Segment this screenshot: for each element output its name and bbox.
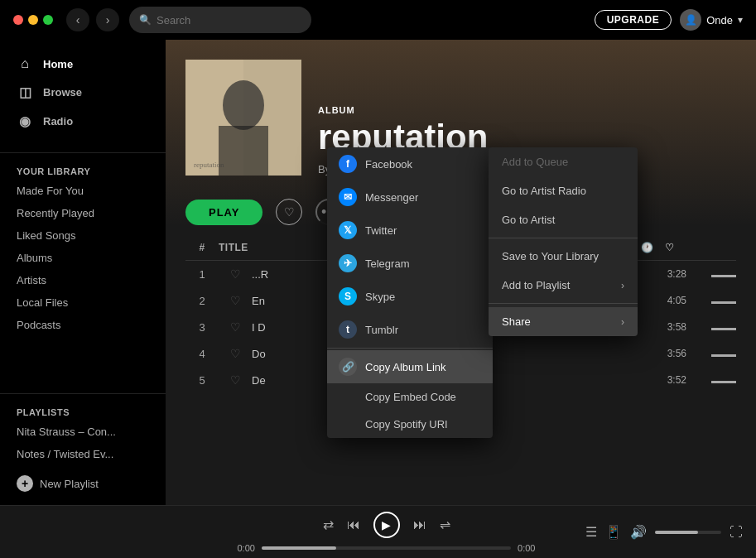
share-submenu: f Facebook ✉ Messenger 𝕏 Twitter <box>327 147 493 438</box>
copy-embed-code-button[interactable]: Copy Embed Code <box>327 383 493 411</box>
skype-icon: S <box>339 287 357 305</box>
nav-forward-button[interactable]: › <box>96 8 119 31</box>
shuffle-button[interactable]: ⇄ <box>323 517 334 532</box>
svg-rect-4 <box>219 126 268 176</box>
search-bar[interactable]: 🔍 <box>129 7 311 33</box>
track-heart-button[interactable]: ♡ <box>219 347 252 360</box>
sidebar-item-home[interactable]: ⌂ Home <box>7 50 159 78</box>
volume-icon[interactable]: 🔊 <box>630 524 647 540</box>
top-right: UPGRADE 👤 Onde ▾ <box>595 9 743 31</box>
library-list: Made For You Recently Played Liked Songs… <box>0 180 166 387</box>
context-menu-item-add-to-queue[interactable]: Add to Queue <box>489 147 638 176</box>
sidebar-item-liked-songs[interactable]: Liked Songs <box>0 224 166 247</box>
playlists-label: PLAYLISTS <box>0 401 166 421</box>
facebook-label: Facebook <box>365 158 412 171</box>
track-duration: 3:58 <box>653 321 686 333</box>
track-waveform: ▬▬▬ <box>686 349 736 358</box>
context-menu-item-add-to-playlist[interactable]: Add to Playlist › <box>489 271 638 300</box>
share-item-facebook[interactable]: f Facebook <box>327 147 493 180</box>
sidebar: ⌂ Home ◫ Browse ◉ Radio YOUR LIBRARY Mad… <box>0 40 166 505</box>
heart-button[interactable]: ♡ <box>276 199 302 225</box>
track-heart-button[interactable]: ♡ <box>219 267 252 281</box>
tumblr-icon: t <box>339 320 357 339</box>
fullscreen-icon[interactable]: ⛶ <box>730 525 743 540</box>
devices-icon[interactable]: 📱 <box>605 524 622 540</box>
sidebar-item-local-files[interactable]: Local Files <box>0 291 166 314</box>
volume-bar[interactable] <box>655 531 721 534</box>
album-art: reputation <box>185 60 301 176</box>
play-button[interactable]: PLAY <box>185 200 262 225</box>
avatar: 👤 <box>680 9 701 31</box>
tumblr-label: Tumblr <box>365 324 398 336</box>
previous-button[interactable]: ⏮ <box>347 517 360 532</box>
minimize-button[interactable] <box>28 15 38 25</box>
share-item-messenger[interactable]: ✉ Messenger <box>327 180 493 214</box>
sidebar-item-made-for-you[interactable]: Made For You <box>0 180 166 202</box>
chevron-right-icon: › <box>621 280 624 291</box>
user-area[interactable]: 👤 Onde ▾ <box>680 9 743 31</box>
sidebar-item-albums[interactable]: Albums <box>0 247 166 269</box>
track-duration: 3:28 <box>653 268 686 280</box>
share-item-skype[interactable]: S Skype <box>327 280 493 313</box>
copy-album-link-label: Copy Album Link <box>365 361 446 373</box>
user-name: Onde <box>706 14 733 26</box>
track-heart-button[interactable]: ♡ <box>219 320 252 334</box>
close-button[interactable] <box>13 15 23 25</box>
search-icon: 🔍 <box>139 14 152 26</box>
queue-icon[interactable]: ☰ <box>585 524 597 540</box>
track-heart-button[interactable]: ♡ <box>219 294 252 307</box>
main-layout: ⌂ Home ◫ Browse ◉ Radio YOUR LIBRARY Mad… <box>0 40 756 505</box>
share-item-telegram[interactable]: ✈ Telegram <box>327 247 493 280</box>
copy-spotify-uri-label: Copy Spotify URI <box>365 418 448 431</box>
context-menu: Add to Queue Go to Artist Radio Go to Ar… <box>489 147 638 336</box>
context-menu-divider-2 <box>489 303 638 304</box>
share-item-tumblr[interactable]: t Tumblr <box>327 313 493 346</box>
context-menu-item-share[interactable]: Share › <box>489 307 638 336</box>
sidebar-item-playlist-1[interactable]: Nita Strauss – Con... <box>0 421 166 443</box>
album-type-label: ALBUM <box>318 105 736 115</box>
play-pause-button[interactable]: ▶ <box>373 512 400 538</box>
upgrade-button[interactable]: UPGRADE <box>595 10 672 30</box>
sidebar-item-podcasts[interactable]: Podcasts <box>0 314 166 336</box>
twitter-label: Twitter <box>365 224 397 237</box>
bottom-bar: ⇄ ⏮ ▶ ⏭ ⇌ 0:00 0:00 ☰ 📱 🔊 ⛶ <box>0 505 756 558</box>
copy-embed-code-label: Copy Embed Code <box>365 391 456 403</box>
track-waveform: ▬▬▬ <box>686 323 736 332</box>
volume-fill <box>655 531 698 534</box>
repeat-button[interactable]: ⇌ <box>440 517 450 532</box>
sidebar-item-playlist-2[interactable]: Notes / Twisted Ev... <box>0 443 166 465</box>
col-like-icon: ♡ <box>653 242 686 253</box>
track-number: 5 <box>185 374 219 387</box>
sidebar-item-label: Radio <box>43 115 73 127</box>
copy-spotify-uri-button[interactable]: Copy Spotify URI <box>327 411 493 438</box>
sidebar-nav: ⌂ Home ◫ Browse ◉ Radio <box>0 40 166 146</box>
copy-album-link-button[interactable]: 🔗 Copy Album Link <box>327 350 493 383</box>
nav-back-button[interactable]: ‹ <box>66 8 89 31</box>
context-menu-item-save-to-library[interactable]: Save to Your Library <box>489 242 638 271</box>
next-button[interactable]: ⏭ <box>413 517 426 532</box>
new-playlist-label: New Playlist <box>40 478 99 490</box>
context-menu-item-go-to-artist-radio[interactable]: Go to Artist Radio <box>489 176 638 205</box>
context-menu-item-go-to-artist[interactable]: Go to Artist <box>489 205 638 234</box>
progress-bar[interactable]: 0:00 0:00 <box>238 543 536 553</box>
svg-text:reputation: reputation <box>194 161 224 169</box>
radio-icon: ◉ <box>17 113 33 129</box>
track-heart-button[interactable]: ♡ <box>219 373 252 387</box>
fullscreen-button[interactable] <box>43 15 53 25</box>
sidebar-item-radio[interactable]: ◉ Radio <box>7 107 159 136</box>
progress-time-current: 0:00 <box>238 543 255 553</box>
track-waveform: ▬▬▬ <box>686 296 736 305</box>
sidebar-item-recently-played[interactable]: Recently Played <box>0 202 166 224</box>
your-library-label: YOUR LIBRARY <box>0 160 166 180</box>
sidebar-item-label: Browse <box>43 86 82 99</box>
new-playlist-button[interactable]: + New Playlist <box>0 469 166 498</box>
search-input[interactable] <box>156 14 301 26</box>
progress-track[interactable] <box>262 546 511 550</box>
track-waveform: ▬▬▬ <box>686 376 736 385</box>
plus-icon: + <box>17 475 33 492</box>
telegram-label: Telegram <box>365 257 409 270</box>
sidebar-item-browse[interactable]: ◫ Browse <box>7 78 159 107</box>
sidebar-item-artists[interactable]: Artists <box>0 269 166 291</box>
share-item-twitter[interactable]: 𝕏 Twitter <box>327 214 493 247</box>
sidebar-divider-1 <box>0 152 166 153</box>
